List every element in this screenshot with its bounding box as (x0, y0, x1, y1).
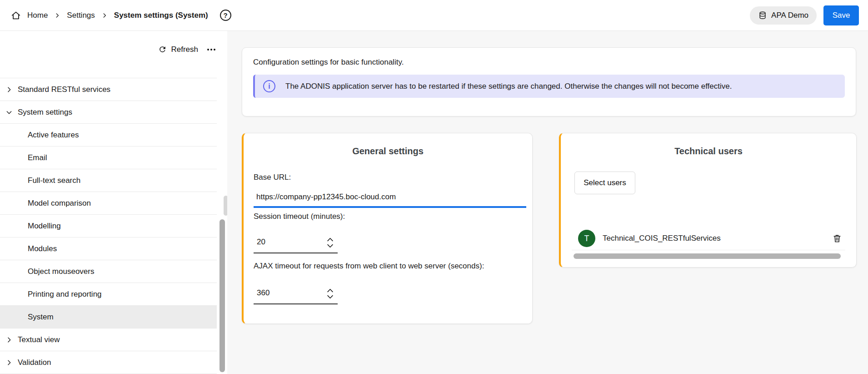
technical-users-title: Technical users (561, 146, 856, 157)
breadcrumb-home-link[interactable]: Home (27, 11, 48, 20)
sidebar-item-full-text-search[interactable]: Full-text search (0, 169, 217, 192)
ajax-timeout-input[interactable] (254, 283, 322, 303)
sidebar-toolbar: Refresh (0, 31, 227, 61)
base-url-input[interactable] (254, 189, 526, 206)
chevron-right-icon (5, 359, 13, 366)
sidebar-item-label: Full-text search (28, 176, 80, 185)
base-url-label: Base URL: (254, 173, 291, 182)
sidebar-item-label: Textual view (18, 335, 60, 344)
sidebar-scrollbar-thumb[interactable] (219, 219, 225, 372)
sidebar-item-label: Model comparison (28, 199, 91, 208)
description-card: Configuration settings for basic functio… (242, 47, 856, 116)
more-options-button[interactable] (206, 46, 216, 53)
sidebar-item-label: Email (28, 153, 47, 162)
database-icon (758, 11, 767, 20)
sidebar-item-model-comparison[interactable]: Model comparison (0, 192, 217, 215)
more-options-icon (207, 49, 209, 51)
sidebar-item-label: System settings (18, 108, 72, 117)
repository-name: APA Demo (771, 11, 808, 20)
refresh-label: Refresh (171, 45, 198, 54)
chevron-down-icon (5, 109, 13, 116)
sidebar-item-textual-view[interactable]: Textual view (0, 329, 217, 351)
help-icon[interactable]: ? (220, 10, 231, 21)
technical-users-card: Technical users Select users TTechnical_… (559, 133, 857, 268)
sidebar-item-system-settings[interactable]: System settings (0, 101, 217, 124)
spinner-down-icon[interactable] (326, 294, 334, 299)
page-description: Configuration settings for basic functio… (253, 58, 845, 67)
sidebar-item-modules[interactable]: Modules (0, 238, 217, 260)
info-banner-text: The ADONIS application server has to be … (285, 82, 732, 91)
delete-user-button[interactable] (831, 232, 843, 244)
sidebar-item-email[interactable]: Email (0, 147, 217, 169)
sidebar-item-label: Validation (18, 358, 51, 367)
select-users-button[interactable]: Select users (574, 172, 635, 194)
sidebar-item-label: Modelling (28, 222, 61, 231)
spinner-up-icon[interactable] (326, 288, 334, 293)
sidebar-item-label: Object mouseovers (28, 267, 94, 276)
sidebar-item-label: Active features (28, 131, 79, 140)
sidebar-item-standard-restful-services[interactable]: Standard RESTful services (0, 78, 217, 101)
sidebar-item-label: Printing and reporting (28, 290, 102, 299)
session-timeout-field-wrap (254, 232, 338, 253)
main-content: Configuration settings for basic functio… (227, 31, 868, 374)
settings-tree: Standard RESTful servicesSystem settings… (0, 78, 217, 374)
session-timeout-input[interactable] (254, 232, 322, 253)
breadcrumb-settings-link[interactable]: Settings (67, 11, 95, 20)
sidebar-item-label: Standard RESTful services (18, 85, 110, 94)
topbar: Home Settings System settings (System) ?… (0, 0, 868, 31)
settings-sidebar: Refresh Standard RESTful servicesSystem … (0, 31, 227, 374)
ajax-timeout-stepper (322, 283, 338, 303)
trash-icon (832, 233, 842, 243)
info-icon: i (263, 80, 275, 92)
sidebar-item-validation[interactable]: Validation (0, 351, 217, 374)
sidebar-item-active-features[interactable]: Active features (0, 124, 217, 147)
user-avatar: T (578, 230, 595, 247)
sidebar-item-system[interactable]: System (0, 306, 217, 329)
info-banner: i The ADONIS application server has to b… (253, 75, 845, 98)
repository-button[interactable]: APA Demo (750, 6, 817, 25)
base-url-field-wrap (254, 189, 526, 208)
refresh-icon (158, 45, 167, 54)
save-button[interactable]: Save (823, 5, 859, 25)
breadcrumb: Home Settings System settings (System) (11, 10, 208, 20)
chevron-right-icon (5, 336, 13, 344)
ajax-timeout-label: AJAX timeout for requests from web clien… (254, 262, 484, 271)
spinner-up-icon[interactable] (326, 237, 334, 242)
breadcrumb-chevron-icon (54, 12, 60, 19)
sidebar-item-label: Modules (28, 244, 57, 253)
sidebar-item-modelling[interactable]: Modelling (0, 215, 217, 238)
home-icon (11, 10, 21, 20)
breadcrumb-chevron-icon (101, 12, 108, 19)
users-horizontal-scrollbar[interactable] (574, 253, 841, 259)
spinner-down-icon[interactable] (326, 243, 334, 248)
session-timeout-stepper (322, 232, 338, 253)
technical-user-name: Technical_COIS_RESTfulServices (603, 234, 721, 243)
breadcrumb-current-page: System settings (System) (114, 11, 208, 20)
sidebar-item-printing-and-reporting[interactable]: Printing and reporting (0, 283, 217, 306)
chevron-right-icon (5, 86, 13, 93)
general-settings-title: General settings (244, 146, 532, 157)
ajax-timeout-field-wrap (254, 283, 338, 304)
general-settings-card: General settings Base URL: Session timeo… (242, 133, 533, 324)
technical-user-row: TTechnical_COIS_RESTfulServices (561, 229, 856, 248)
topbar-actions: APA Demo Save (750, 5, 859, 25)
users-scroll-divider (572, 250, 845, 250)
session-timeout-label: Session timeout (minutes): (254, 212, 345, 221)
sidebar-item-object-mouseovers[interactable]: Object mouseovers (0, 260, 217, 283)
sidebar-item-label: System (28, 313, 54, 322)
refresh-button[interactable]: Refresh (158, 45, 198, 54)
